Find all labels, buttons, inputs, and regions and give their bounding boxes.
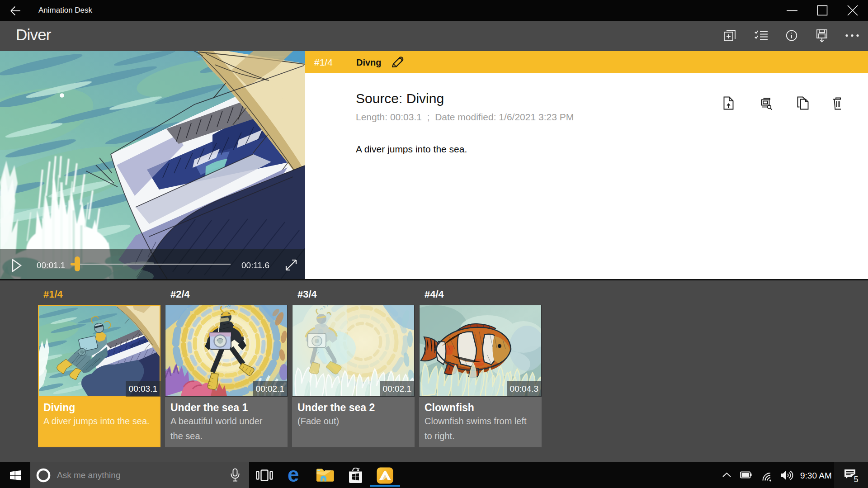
svg-text:e: e bbox=[288, 463, 299, 486]
svg-text:5: 5 bbox=[854, 475, 859, 484]
